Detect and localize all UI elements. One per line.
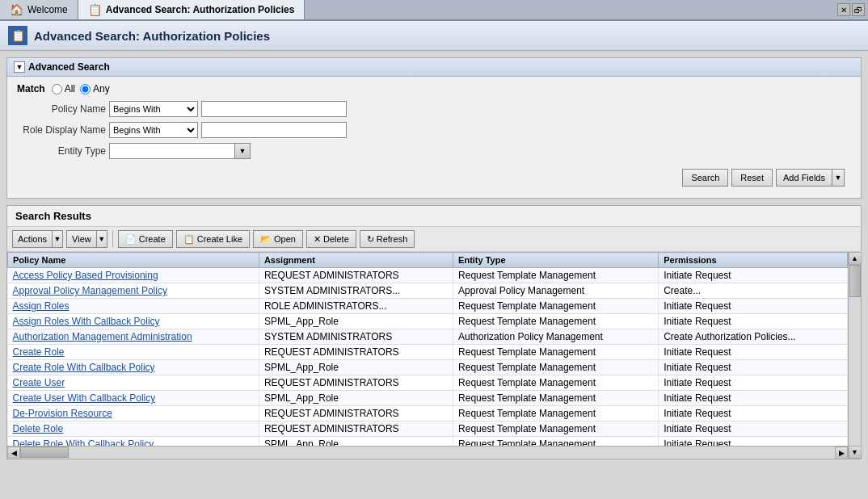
tab-adv-search[interactable]: 📋 Advanced Search: Authorization Policie… — [78, 0, 305, 19]
open-icon: 📂 — [260, 234, 272, 245]
search-button[interactable]: Search — [682, 169, 728, 187]
entity-type-row: Entity Type ▼ — [17, 143, 851, 159]
cell-entity-type: Request Template Management — [453, 437, 659, 447]
policy-name-operator[interactable]: Begins With Contains Ends With Equals — [109, 101, 198, 117]
cell-assignment: REQUEST ADMINISTRATORS — [259, 375, 453, 391]
col-assignment[interactable]: Assignment — [259, 253, 453, 268]
results-toolbar: Actions ▼ View ▼ 📄 Create 📋 Create Like … — [7, 227, 861, 252]
table-row[interactable]: Create RoleREQUEST ADMINISTRATORSRequest… — [8, 345, 848, 360]
table-row[interactable]: Authorization Management AdministrationS… — [8, 329, 848, 345]
col-entity-type[interactable]: Entity Type — [453, 253, 659, 268]
scroll-right-btn[interactable]: ▶ — [835, 447, 848, 459]
reset-button[interactable]: Reset — [731, 169, 773, 187]
cell-policy-name[interactable]: Create User — [8, 375, 259, 391]
cell-policy-name[interactable]: Assign Roles — [8, 299, 259, 314]
results-section: Search Results Actions ▼ View ▼ 📄 Create… — [6, 205, 862, 459]
policy-name-link[interactable]: Create Role With Callback Policy — [13, 362, 155, 373]
add-fields-arrow[interactable]: ▼ — [832, 169, 845, 187]
policy-name-link[interactable]: Create Role — [13, 346, 65, 358]
cell-entity-type: Request Template Management — [453, 360, 659, 375]
scroll-down-btn[interactable]: ▼ — [849, 446, 862, 459]
table-row[interactable]: Assign Roles With Callback PolicySPML_Ap… — [8, 314, 848, 329]
scrollbar-track[interactable] — [849, 265, 861, 446]
cell-assignment: SPML_App_Role — [259, 360, 453, 375]
policy-name-link[interactable]: Assign Roles — [13, 300, 70, 312]
scroll-up-btn[interactable]: ▲ — [849, 252, 862, 265]
policy-name-link[interactable]: Create User — [13, 377, 65, 388]
role-display-name-operator[interactable]: Begins With Contains Ends With Equals — [109, 122, 198, 138]
table-row[interactable]: Approval Policy Management PolicySYSTEM … — [8, 283, 848, 299]
table-row[interactable]: Create Role With Callback PolicySPML_App… — [8, 360, 848, 375]
create-button[interactable]: 📄 Create — [118, 230, 173, 248]
policy-name-input[interactable] — [201, 101, 347, 117]
create-like-button[interactable]: 📋 Create Like — [176, 230, 250, 248]
cell-entity-type: Request Template Management — [453, 391, 659, 406]
search-actions: Search Reset Add Fields ▼ — [17, 164, 851, 191]
view-arrow[interactable]: ▼ — [96, 230, 107, 248]
results-table: Policy Name Assignment Entity Type Permi… — [7, 252, 848, 446]
match-any-label[interactable]: Any — [80, 83, 110, 94]
actions-arrow[interactable]: ▼ — [52, 230, 63, 248]
cell-policy-name[interactable]: De-Provision Resource — [8, 406, 259, 421]
add-fields-button[interactable]: Add Fields — [776, 169, 832, 187]
cell-policy-name[interactable]: Delete Role With Callback Policy — [8, 437, 259, 447]
view-button[interactable]: View — [66, 230, 96, 248]
search-panel: ▼ Advanced Search Match All Any — [6, 57, 862, 199]
open-button[interactable]: 📂 Open — [253, 230, 303, 248]
refresh-button[interactable]: ↻ Refresh — [360, 230, 415, 248]
cell-policy-name[interactable]: Authorization Management Administration — [8, 329, 259, 345]
entity-type-input[interactable] — [109, 143, 234, 159]
cell-policy-name[interactable]: Delete Role — [8, 421, 259, 437]
delete-icon: ✕ — [314, 234, 321, 245]
cell-policy-name[interactable]: Create User With Callback Policy — [8, 391, 259, 406]
policy-name-link[interactable]: De-Provision Resource — [13, 408, 112, 419]
create-icon: 📄 — [125, 234, 137, 245]
results-table-wrap[interactable]: Policy Name Assignment Entity Type Permi… — [7, 252, 848, 446]
policy-name-link[interactable]: Assign Roles With Callback Policy — [13, 316, 160, 327]
bottom-scrollbar[interactable]: ◀ ▶ — [7, 446, 848, 459]
policy-name-link[interactable]: Delete Role With Callback Policy — [13, 438, 154, 446]
cell-permissions: Initiate Request — [659, 406, 848, 421]
cell-entity-type: Request Template Management — [453, 406, 659, 421]
match-all-label[interactable]: All — [52, 83, 75, 94]
page-header: 📋 Advanced Search: Authorization Policie… — [0, 21, 868, 51]
table-row[interactable]: Assign RolesROLE ADMINISTRATORS...Reques… — [8, 299, 848, 314]
cell-permissions: Initiate Request — [659, 299, 848, 314]
col-policy-name[interactable]: Policy Name — [8, 253, 259, 268]
scroll-left-btn[interactable]: ◀ — [7, 447, 20, 459]
collapse-icon[interactable]: ▼ — [14, 61, 25, 73]
table-row[interactable]: De-Provision ResourceREQUEST ADMINISTRAT… — [8, 406, 848, 421]
vertical-scrollbar[interactable]: ▲ ▼ — [848, 252, 861, 459]
table-row[interactable]: Delete RoleREQUEST ADMINISTRATORSRequest… — [8, 421, 848, 437]
role-display-name-input[interactable] — [201, 122, 347, 138]
tab-welcome[interactable]: 🏠 Welcome — [0, 0, 78, 19]
cell-policy-name[interactable]: Create Role With Callback Policy — [8, 360, 259, 375]
entity-type-dropdown-btn[interactable]: ▼ — [234, 143, 251, 159]
cell-assignment: SPML_App_Role — [259, 391, 453, 406]
close-button[interactable]: ✕ — [837, 3, 850, 16]
actions-button[interactable]: Actions — [12, 230, 52, 248]
table-row[interactable]: Delete Role With Callback PolicySPML_App… — [8, 437, 848, 447]
table-row[interactable]: Access Policy Based ProvisioningREQUEST … — [8, 268, 848, 283]
cell-policy-name[interactable]: Create Role — [8, 345, 259, 360]
restore-button[interactable]: 🗗 — [852, 3, 865, 16]
cell-policy-name[interactable]: Approval Policy Management Policy — [8, 283, 259, 299]
cell-permissions: Initiate Request — [659, 421, 848, 437]
main-content: ▼ Advanced Search Match All Any — [0, 51, 868, 466]
table-row[interactable]: Create UserREQUEST ADMINISTRATORSRequest… — [8, 375, 848, 391]
policy-name-link[interactable]: Approval Policy Management Policy — [13, 285, 167, 296]
policy-name-link[interactable]: Access Policy Based Provisioning — [13, 270, 158, 281]
match-all-radio[interactable] — [52, 84, 62, 94]
search-panel-body: Match All Any Policy Name Begins With — [7, 77, 861, 198]
bottom-scrollbar-track[interactable] — [20, 447, 835, 459]
table-row[interactable]: Create User With Callback PolicySPML_App… — [8, 391, 848, 406]
match-any-radio[interactable] — [80, 84, 91, 94]
policy-name-link[interactable]: Create User With Callback Policy — [13, 392, 156, 404]
policy-name-link[interactable]: Delete Role — [13, 423, 64, 434]
policy-name-link[interactable]: Authorization Management Administration — [13, 331, 192, 342]
cell-policy-name[interactable]: Access Policy Based Provisioning — [8, 268, 259, 283]
delete-button[interactable]: ✕ Delete — [306, 230, 356, 248]
cell-policy-name[interactable]: Assign Roles With Callback Policy — [8, 314, 259, 329]
col-permissions[interactable]: Permissions — [659, 253, 848, 268]
cell-entity-type: Request Template Management — [453, 375, 659, 391]
